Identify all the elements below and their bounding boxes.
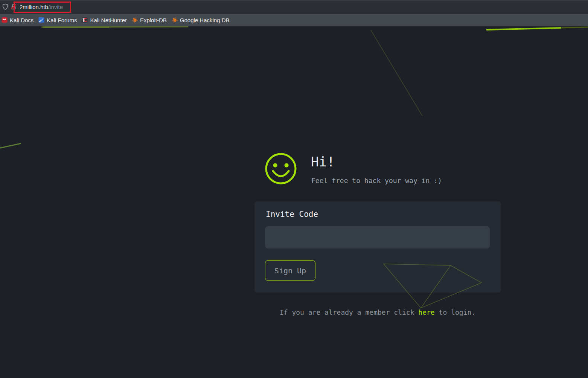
page-title: Hi! [311,155,335,169]
invite-code-label: Invite Code [266,210,318,219]
invite-card: Invite Code Sign Up [254,201,501,293]
bookmark-label: Exploit-DB [140,17,167,23]
bookmark-kali-nethunter[interactable]: Kali NetHunter [82,17,127,23]
invite-code-input[interactable] [265,226,490,248]
sign-up-button[interactable]: Sign Up [265,260,315,281]
kali-nethunter-icon [82,17,88,23]
url-path: /invite [48,4,63,10]
bookmark-label: Google Hacking DB [180,17,230,23]
bug-icon [132,17,138,23]
page-content: Hi! Feel free to hack your way in :) Inv… [0,26,588,378]
bookmark-label: Kali Forums [47,17,77,23]
url-toolbar: 2million.htb/invite [0,0,588,13]
kali-forums-icon [38,17,44,23]
smiley-face-icon [264,152,297,185]
bookmarks-bar: Kali Docs Kali Forums Kali NetHunter Exp… [0,14,588,26]
login-hint-post: to login. [435,308,475,316]
bookmark-kali-docs[interactable]: Kali Docs [2,17,34,23]
bookmark-kali-forums[interactable]: Kali Forums [38,17,77,23]
bug-icon [172,17,178,23]
bookmark-label: Kali NetHunter [90,17,127,23]
login-hint-pre: If you are already a member click [280,308,418,316]
annotation-rectangle: 2million.htb/invite [14,2,71,13]
bookmark-label: Kali Docs [10,17,34,23]
login-hint: If you are already a member click here t… [254,308,501,316]
bookmark-exploit-db[interactable]: Exploit-DB [132,17,167,23]
bookmark-google-hacking-db[interactable]: Google Hacking DB [172,17,230,23]
url-host: 2million.htb [20,4,48,10]
url-bar[interactable]: 2million.htb/invite [20,3,63,11]
page-subtitle: Feel free to hack your way in :) [311,177,442,185]
kali-docs-icon [2,17,8,23]
login-link[interactable]: here [418,308,434,316]
shield-icon[interactable] [2,3,9,12]
